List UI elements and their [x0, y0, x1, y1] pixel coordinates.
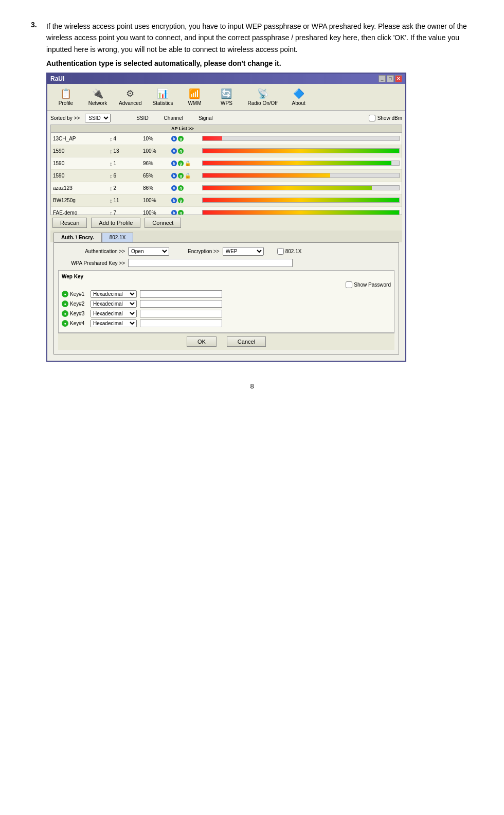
channel-icon: ↕ — [110, 173, 113, 179]
dot8021x-label: 802.1X — [285, 249, 302, 254]
key3-label: Key#3 — [70, 311, 84, 316]
channel-cell: ↕13 — [110, 148, 143, 154]
lock-icon: 🔒 — [185, 173, 191, 179]
signal-cell: 65% — [143, 173, 171, 179]
statistics-icon: 📊 — [157, 88, 168, 99]
key1-type-select[interactable]: Hexadecimal — [91, 290, 137, 298]
channel-icon: ↕ — [110, 161, 113, 167]
show-password-checkbox[interactable] — [346, 281, 352, 288]
key3-type-select[interactable]: Hexadecimal — [91, 310, 137, 317]
show-dbm-checkbox[interactable] — [369, 115, 375, 121]
key4-type-select[interactable]: Hexadecimal — [91, 320, 137, 327]
table-row[interactable]: azaz123 ↕2 86% b g — [51, 182, 402, 194]
maximize-button[interactable]: □ — [387, 75, 394, 82]
authentication-label: Authentication >> — [58, 249, 125, 254]
table-row[interactable]: FAE-demo ↕7 100% b g — [51, 207, 402, 215]
key2-input[interactable] — [140, 300, 222, 308]
ap-list-header: AP List >> — [50, 125, 402, 133]
raui-window: RaUI _ □ ✕ 📋 Profile 🔌 Network ⚙ — [46, 73, 406, 362]
signal-bar-fill — [203, 149, 399, 153]
action-buttons-bar: Rescan Add to Profile Connect — [50, 215, 402, 231]
titlebar-buttons: _ □ ✕ — [379, 75, 402, 82]
key2-type-select[interactable]: Hexadecimal — [91, 300, 137, 308]
toolbar-radio-onoff[interactable]: 📡 Radio On/Off — [243, 86, 282, 108]
key1-input[interactable] — [140, 290, 222, 298]
ssid-cell: azaz123 — [53, 185, 110, 191]
signal-bar-fill — [203, 136, 222, 140]
toolbar-about[interactable]: 🔷 About — [283, 86, 314, 108]
channel-cell: ↕11 — [110, 198, 143, 204]
dot8021x-tab[interactable]: 802.1X — [102, 233, 134, 242]
channel-icon: ↕ — [110, 185, 113, 191]
toolbar-statistics[interactable]: 📊 Statistics — [147, 86, 178, 108]
encryption-label: Encryption >> — [188, 249, 220, 254]
authentication-row: Authentication >> Open Encryption >> WEP… — [58, 247, 394, 256]
minimize-button[interactable]: _ — [379, 75, 386, 82]
wep-key-title: Wep Key — [62, 274, 391, 279]
table-row[interactable]: BW1250g ↕11 100% b g — [51, 194, 402, 207]
ssid-cell: 1590 — [53, 161, 110, 166]
connect-button[interactable]: Connect — [145, 218, 181, 228]
table-row[interactable]: 1590 ↕1 96% b g 🔒 — [51, 157, 402, 170]
ssid-col-label: SSID — [136, 115, 148, 121]
toolbar-network-label: Network — [88, 100, 107, 106]
show-dbm-label: Show dBm — [369, 115, 402, 121]
authentication-select[interactable]: Open — [128, 247, 169, 256]
icons-cell: b g — [171, 148, 202, 154]
signal-bar-bg — [202, 210, 400, 215]
auth-encry-tab[interactable]: Auth. \ Encry. — [53, 233, 102, 242]
b-icon: b — [171, 185, 177, 191]
toolbar-wmm[interactable]: 📶 WMM — [179, 86, 210, 108]
key3-radio-label: ● Key#3 — [62, 310, 87, 317]
signal-bar-cell — [202, 185, 400, 191]
table-row[interactable]: 1590 ↕6 65% b g 🔒 — [51, 170, 402, 182]
toolbar-wps[interactable]: 🔄 WPS — [211, 86, 242, 108]
encryption-select[interactable]: WEP — [223, 247, 264, 256]
toolbar-advanced-label: Advanced — [119, 100, 141, 106]
add-to-profile-button[interactable]: Add to Profile — [91, 218, 140, 228]
window-title: RaUI — [50, 75, 64, 82]
channel-icon: ↕ — [110, 210, 113, 216]
key4-row: ● Key#4 Hexadecimal — [62, 320, 391, 327]
key2-label: Key#2 — [70, 301, 84, 307]
wpa-key-input[interactable] — [128, 259, 293, 267]
about-icon: 🔷 — [293, 88, 304, 99]
dot8021x-checkbox[interactable] — [277, 248, 284, 255]
toolbar-profile-label: Profile — [59, 100, 73, 106]
toolbar-profile[interactable]: 📋 Profile — [50, 86, 81, 108]
signal-bar-fill — [203, 186, 372, 190]
ap-table[interactable]: 13CH_AP ↕4 10% b g — [50, 133, 402, 215]
toolbar-network[interactable]: 🔌 Network — [82, 86, 113, 108]
ssid-cell: BW1250g — [53, 198, 110, 203]
signal-bar-bg — [202, 161, 400, 166]
toolbar-wmm-label: WMM — [188, 100, 201, 106]
g-icon: g — [178, 173, 184, 179]
ssid-cell: 1590 — [53, 148, 110, 154]
ok-button[interactable]: OK — [187, 336, 217, 347]
close-button[interactable]: ✕ — [395, 75, 402, 82]
signal-bar-bg — [202, 198, 400, 203]
icons-cell: b g — [171, 210, 202, 215]
key1-label: Key#1 — [70, 291, 84, 297]
wmm-icon: 📶 — [189, 88, 200, 99]
table-row[interactable]: 13CH_AP ↕4 10% b g — [51, 133, 402, 145]
key4-radio-label: ● Key#4 — [62, 320, 87, 327]
signal-bar-fill — [203, 210, 399, 215]
step-3-container: 3. If the wireless access point uses enc… — [31, 21, 473, 362]
key3-input[interactable] — [140, 310, 222, 317]
signal-bar-bg — [202, 148, 400, 153]
toolbar-advanced[interactable]: ⚙ Advanced — [114, 86, 146, 108]
toolbar-wps-label: WPS — [221, 100, 232, 106]
key1-radio-label: ● Key#1 — [62, 291, 87, 297]
channel-icon: ↕ — [110, 148, 113, 154]
sort-select[interactable]: SSID — [85, 114, 111, 122]
cancel-button[interactable]: Cancel — [227, 336, 266, 347]
key2-radio-label: ● Key#2 — [62, 300, 87, 307]
rescan-button[interactable]: Rescan — [52, 218, 87, 228]
key4-input[interactable] — [140, 320, 222, 327]
icons-cell: b g — [171, 136, 202, 141]
g-icon: g — [178, 185, 184, 191]
channel-icon: ↕ — [110, 136, 113, 142]
signal-bar-fill — [203, 198, 399, 202]
table-row[interactable]: 1590 ↕13 100% b g — [51, 145, 402, 157]
